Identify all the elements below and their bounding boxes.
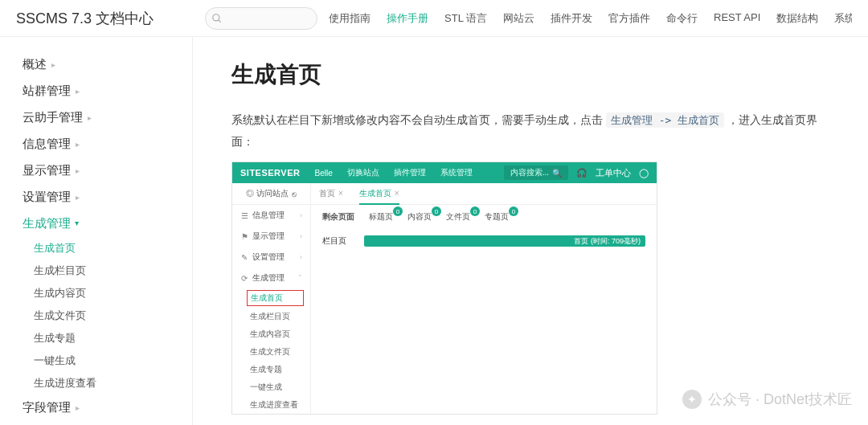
wechat-icon: ✦	[682, 390, 702, 409]
close-icon: ×	[338, 189, 343, 198]
nav-REST API[interactable]: REST API	[714, 11, 760, 26]
pill: 文件页	[446, 211, 470, 223]
nav-系统更新[interactable]: 系统更新	[834, 11, 852, 26]
shot-item: ⟳生成管理˅	[232, 268, 310, 288]
chevron-icon: ›	[300, 232, 302, 240]
svg-point-0	[213, 14, 219, 20]
progress-label: 栏目页	[322, 235, 356, 247]
nav-数据结构[interactable]: 数据结构	[776, 11, 818, 26]
path-badge: 生成管理 -> 生成首页	[606, 112, 724, 128]
sidebar-item-一键生成[interactable]: 一键生成	[11, 349, 192, 372]
sidebar-group-设置管理[interactable]: 设置管理▸	[0, 184, 192, 210]
nav-官方插件[interactable]: 官方插件	[608, 11, 650, 26]
shot-sub-item: 生成首页	[247, 290, 304, 306]
shot-remaining-row: 剩余页面 标题页 内容页 文件页 专题页	[311, 205, 657, 229]
menu-icon: ⚑	[240, 232, 248, 241]
shot-user: 工单中心	[596, 167, 631, 179]
sidebar-group-信息管理[interactable]: 信息管理▸	[0, 131, 192, 157]
chevron-icon: ›	[300, 211, 302, 219]
shot-tab: 生成首页×	[351, 183, 407, 204]
chevron-icon: ˅	[298, 274, 302, 282]
shot-sub-item: 生成栏目页	[232, 308, 310, 325]
chevron-right-icon: ▸	[51, 60, 55, 69]
shot-sub-item: 生成内容页	[232, 325, 310, 343]
sidebar-group-概述[interactable]: 概述▸	[0, 51, 192, 78]
nav-插件开发[interactable]: 插件开发	[551, 11, 592, 26]
sidebar-item-生成栏目页[interactable]: 生成栏目页	[11, 259, 192, 282]
shot-progress-row: 栏目页 首页 (时间: 709毫秒)	[311, 229, 657, 253]
chevron-right-icon: ▸	[76, 87, 80, 96]
shot-sub-item: 一键生成	[232, 378, 310, 396]
shot-sub-item: 生成专题	[232, 361, 310, 378]
nav-操作手册[interactable]: 操作手册	[387, 11, 428, 26]
nav-使用指南[interactable]: 使用指南	[329, 11, 371, 26]
shot-menu: 系统管理	[440, 167, 473, 178]
content-area: 生成首页 系统默认在栏目下新增或修改内容不会自动生成首页，需要手动生成，点击 生…	[193, 37, 868, 425]
shot-menu: 插件管理	[394, 167, 426, 178]
sidebar-item-生成文件页[interactable]: 生成文件页	[11, 304, 192, 327]
sidebar-group-生成管理[interactable]: 生成管理▸	[0, 210, 192, 237]
sidebar-group-云助手管理[interactable]: 云助手管理▸	[0, 104, 192, 131]
search-box[interactable]	[205, 7, 317, 30]
headset-icon: 🎧	[576, 168, 588, 178]
chevron-right-icon: ▸	[76, 193, 80, 202]
shot-menu: Belle	[315, 169, 333, 178]
sidebar-item-生成首页[interactable]: 生成首页	[11, 237, 192, 259]
pill: 标题页	[369, 211, 393, 223]
nav-STL 语言[interactable]: STL 语言	[444, 11, 487, 26]
shot-item: ☰信息管理›	[232, 205, 310, 226]
nav-网站云[interactable]: 网站云	[503, 11, 534, 26]
svg-line-1	[219, 19, 221, 22]
chevron-right-icon: ▸	[76, 166, 80, 175]
watermark: ✦ 公众号 · DotNet技术匠	[682, 390, 852, 409]
pill: 内容页	[407, 211, 432, 223]
shot-logo: SITESERVER	[240, 168, 301, 178]
shot-tabs: 首页×生成首页×	[311, 183, 657, 205]
sidebar-item-生成进度查看[interactable]: 生成进度查看	[11, 372, 192, 394]
top-nav: 使用指南操作手册STL 语言网站云插件开发官方插件命令行REST API数据结构…	[329, 11, 852, 26]
topbar: SSCMS 7.3 文档中心 使用指南操作手册STL 语言网站云插件开发官方插件…	[0, 0, 868, 37]
chevron-right-icon: ▸	[88, 113, 92, 122]
chevron-icon: ›	[300, 253, 302, 261]
close-icon: ×	[395, 189, 399, 198]
shot-topbar: SITESERVER Belle 切换站点 插件管理 系统管理 内容搜索...🔍…	[232, 162, 657, 183]
remaining-label: 剩余页面	[322, 211, 354, 223]
menu-icon: ☰	[240, 211, 248, 220]
menu-icon: ⟳	[240, 274, 248, 283]
sidebar-item-生成内容页[interactable]: 生成内容页	[11, 282, 192, 304]
site-logo: SSCMS 7.3 文档中心	[16, 9, 154, 28]
page-title: 生成首页	[231, 59, 829, 90]
shot-item: ✎设置管理›	[232, 247, 310, 268]
chevron-right-icon: ▸	[73, 222, 82, 226]
chevron-right-icon: ▸	[76, 140, 80, 149]
shot-search: 内容搜索...🔍	[504, 166, 568, 180]
sidebar-item-生成专题[interactable]: 生成专题	[11, 327, 192, 349]
intro-paragraph: 系统默认在栏目下新增或修改内容不会自动生成首页，需要手动生成，点击 生成管理 -…	[231, 109, 829, 152]
nav-命令行[interactable]: 命令行	[666, 11, 698, 26]
shot-tab: 首页×	[311, 183, 351, 204]
shot-sub-item: 生成进度查看	[232, 396, 310, 414]
shot-sidebar: ◎ 访问站点⎋ ☰信息管理›⚑显示管理›✎设置管理›⟳生成管理˅生成首页生成栏目…	[232, 183, 311, 414]
menu-icon: ✎	[240, 253, 248, 262]
search-icon	[211, 13, 223, 24]
search-icon: 🔍	[552, 169, 562, 178]
chevron-right-icon: ▸	[76, 403, 80, 412]
screenshot-embed: SITESERVER Belle 切换站点 插件管理 系统管理 内容搜索...🔍…	[231, 161, 657, 415]
sidebar-group-站群管理[interactable]: 站群管理▸	[0, 78, 192, 104]
sidebar-group-显示管理[interactable]: 显示管理▸	[0, 157, 192, 184]
shot-side-head: ◎ 访问站点⎋	[232, 183, 310, 205]
avatar-icon: ◯	[639, 168, 649, 178]
shot-sub-item: 生成文件页	[232, 343, 310, 361]
sidebar-group-字段管理[interactable]: 字段管理▸	[0, 394, 192, 421]
pill: 专题页	[485, 211, 509, 223]
progress-bar: 首页 (时间: 709毫秒)	[364, 235, 645, 247]
external-icon: ⎋	[292, 190, 297, 198]
shot-item: ⚑显示管理›	[232, 226, 310, 247]
sidebar: 概述▸站群管理▸云助手管理▸信息管理▸显示管理▸设置管理▸生成管理▸生成首页生成…	[0, 37, 193, 425]
shot-menu: 切换站点	[347, 167, 379, 178]
